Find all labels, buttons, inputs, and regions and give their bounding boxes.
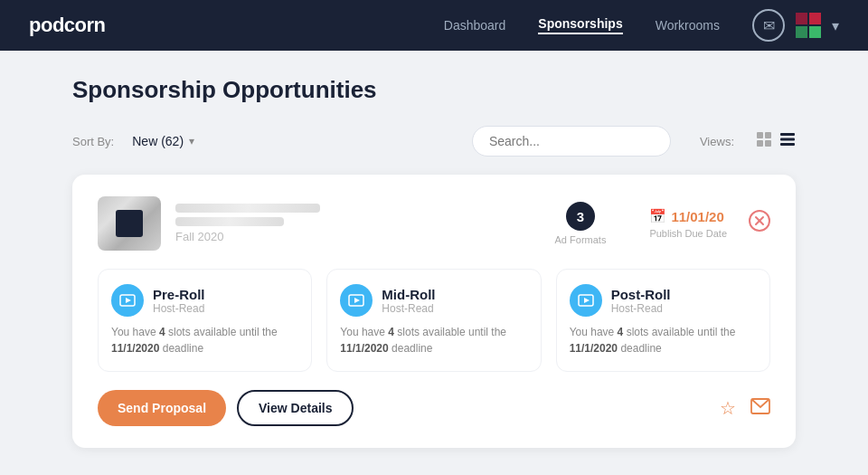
card-title-blur — [175, 204, 320, 213]
logo-cell-2 — [809, 13, 821, 24]
preroll-subtype: Host-Read — [153, 302, 205, 315]
star-icon[interactable]: ☆ — [720, 397, 736, 419]
svg-rect-1 — [765, 132, 771, 138]
logo-cell-4 — [809, 26, 821, 38]
nav-workrooms[interactable]: Workrooms — [656, 18, 720, 33]
grid-view-icon[interactable] — [756, 131, 772, 152]
calendar-icon: 📅 — [649, 208, 666, 224]
postroll-deadline: 11/1/2020 — [570, 342, 618, 355]
preroll-type-info: Pre-Roll Host-Read — [153, 287, 205, 315]
svg-marker-11 — [126, 298, 131, 303]
card-meta: 3 Ad Formats 📅 11/01/20 Publish Due Date — [555, 202, 727, 245]
preroll-desc: You have 4 slots available until the 11/… — [111, 324, 298, 356]
svg-rect-5 — [780, 138, 795, 140]
svg-rect-2 — [757, 140, 763, 147]
mail-footer-icon[interactable] — [750, 398, 770, 419]
navbar: podcorn Dashboard Sponsorships Workrooms… — [0, 0, 868, 51]
midroll-icon — [340, 284, 373, 317]
list-view-icon[interactable] — [779, 131, 796, 152]
ad-format-preroll: Pre-Roll Host-Read You have 4 slots avai… — [98, 269, 312, 372]
midroll-slots: 4 — [388, 326, 394, 338]
ad-formats-section: 3 Ad Formats — [555, 202, 607, 245]
search-wrapper — [472, 126, 671, 157]
midroll-type-info: Mid-Roll Host-Read — [382, 287, 435, 315]
preroll-icon — [111, 284, 144, 317]
publish-date-text: 11/01/20 — [671, 209, 723, 224]
send-proposal-button[interactable]: Send Proposal — [98, 390, 226, 426]
sort-value: New (62) — [132, 134, 184, 148]
sort-dropdown[interactable]: New (62) ▾ — [132, 134, 194, 148]
card-thumbnail — [98, 196, 161, 251]
card-header: Fall 2020 3 Ad Formats 📅 11/01/20 Publis… — [98, 196, 770, 251]
mail-button[interactable]: ✉ — [752, 9, 785, 42]
footer-actions: Send Proposal View Details — [98, 390, 354, 426]
sort-arrow-icon: ▾ — [189, 135, 194, 147]
footer-icons: ☆ — [720, 397, 770, 419]
postroll-subtype: Host-Read — [611, 302, 671, 315]
postroll-desc: You have 4 slots available until the 11/… — [570, 324, 757, 356]
midroll-subtype: Host-Read — [382, 302, 435, 315]
card-subtitle-blur — [175, 217, 284, 226]
midroll-deadline: 11/1/2020 — [340, 342, 388, 355]
ad-format-postroll-header: Post-Roll Host-Read — [570, 284, 757, 317]
svg-marker-13 — [354, 298, 360, 303]
ad-format-midroll: Mid-Roll Host-Read You have 4 slots avai… — [326, 269, 541, 372]
ad-format-preroll-header: Pre-Roll Host-Read — [111, 284, 298, 317]
ad-formats-grid: Pre-Roll Host-Read You have 4 slots avai… — [98, 269, 770, 372]
opportunity-card: Fall 2020 3 Ad Formats 📅 11/01/20 Publis… — [72, 175, 796, 448]
ad-format-midroll-header: Mid-Roll Host-Read — [340, 284, 527, 317]
view-details-button[interactable]: View Details — [237, 390, 354, 426]
logo-cell-1 — [796, 13, 807, 24]
logo-grid[interactable] — [796, 13, 821, 38]
preroll-slots: 4 — [159, 326, 165, 338]
page-title: Sponsorship Opportunities — [72, 76, 796, 104]
nav-sponsorships[interactable]: Sponsorships — [538, 16, 622, 34]
search-input[interactable] — [472, 126, 671, 157]
svg-rect-3 — [765, 140, 771, 147]
svg-rect-6 — [780, 143, 795, 146]
mail-icon: ✉ — [763, 17, 775, 34]
nav-dashboard[interactable]: Dashboard — [444, 18, 506, 33]
close-button[interactable] — [749, 210, 770, 237]
logo-cell-3 — [796, 26, 807, 38]
nav-links: Dashboard Sponsorships Workrooms — [444, 16, 720, 34]
ad-formats-label: Ad Formats — [555, 234, 607, 245]
svg-marker-15 — [584, 298, 590, 303]
navbar-right: ✉ ▾ — [752, 9, 839, 42]
dropdown-arrow[interactable]: ▾ — [832, 17, 839, 34]
card-footer: Send Proposal View Details ☆ — [98, 390, 770, 426]
postroll-icon — [570, 284, 602, 317]
preroll-deadline: 11/1/2020 — [111, 342, 159, 355]
main-content: Sponsorship Opportunities Sort By: New (… — [0, 51, 868, 475]
sort-label: Sort By: — [72, 135, 114, 148]
ad-formats-badge: 3 — [566, 202, 595, 231]
brand-logo[interactable]: podcorn — [29, 14, 106, 37]
svg-rect-4 — [780, 133, 795, 136]
postroll-slots: 4 — [618, 326, 624, 338]
card-season: Fall 2020 — [175, 230, 555, 243]
svg-rect-0 — [757, 132, 763, 138]
publish-date-label: Publish Due Date — [649, 228, 727, 239]
views-label: Views: — [700, 135, 734, 148]
thumbnail-inner — [116, 210, 143, 237]
view-icons — [756, 131, 796, 152]
ad-format-postroll: Post-Roll Host-Read You have 4 slots ava… — [556, 269, 770, 372]
postroll-type-info: Post-Roll Host-Read — [611, 287, 671, 315]
midroll-name: Mid-Roll — [382, 287, 435, 302]
postroll-name: Post-Roll — [611, 287, 671, 302]
preroll-name: Pre-Roll — [153, 287, 205, 302]
card-info: Fall 2020 — [175, 204, 555, 243]
publish-date-value: 📅 11/01/20 — [649, 208, 727, 224]
publish-date-section: 📅 11/01/20 Publish Due Date — [649, 208, 727, 239]
toolbar: Sort By: New (62) ▾ Views: — [72, 126, 796, 157]
midroll-desc: You have 4 slots available until the 11/… — [340, 324, 527, 356]
